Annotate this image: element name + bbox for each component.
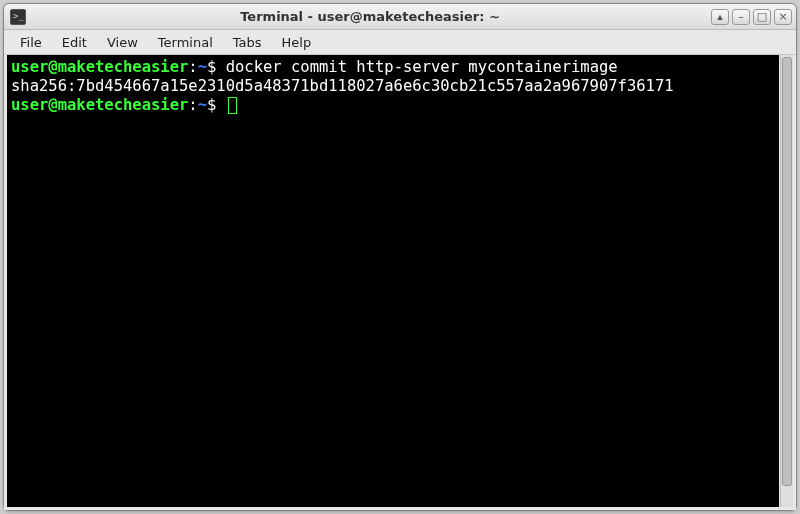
menu-view[interactable]: View	[97, 32, 148, 53]
close-button[interactable]: ×	[774, 9, 792, 25]
menubar: File Edit View Terminal Tabs Help	[4, 30, 796, 55]
minimize-button[interactable]: –	[732, 9, 750, 25]
menu-file[interactable]: File	[10, 32, 52, 53]
maximize-button[interactable]: □	[753, 9, 771, 25]
cursor	[228, 97, 237, 114]
scrollbar-thumb[interactable]	[782, 57, 792, 486]
window-title: Terminal - user@maketecheasier: ~	[240, 9, 500, 24]
menu-terminal[interactable]: Terminal	[148, 32, 223, 53]
menu-edit[interactable]: Edit	[52, 32, 97, 53]
terminal-app-icon	[10, 9, 26, 25]
terminal-output[interactable]: user@maketecheasier:~$ docker commit htt…	[7, 55, 779, 507]
menu-help[interactable]: Help	[272, 32, 322, 53]
scrollbar[interactable]	[780, 55, 793, 507]
shade-up-button[interactable]: ▴	[711, 9, 729, 25]
terminal-window: Terminal - user@maketecheasier: ~ ▴ – □ …	[3, 3, 797, 511]
menu-tabs[interactable]: Tabs	[223, 32, 272, 53]
titlebar[interactable]: Terminal - user@maketecheasier: ~ ▴ – □ …	[4, 4, 796, 30]
